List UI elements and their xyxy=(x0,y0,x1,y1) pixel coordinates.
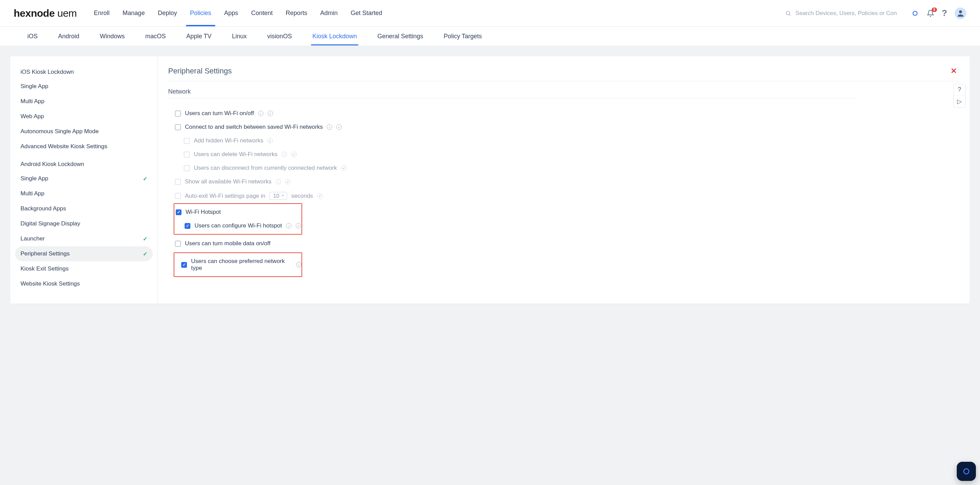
info-icon[interactable] xyxy=(258,111,264,116)
knot-icon[interactable] xyxy=(911,9,919,17)
verify-icon xyxy=(296,223,301,228)
sidebar-group-title-ios: iOS Kiosk Lockdown xyxy=(15,65,153,79)
nav-get-started[interactable]: Get Started xyxy=(351,2,382,24)
sub-tabs: iOS Android Windows macOS Apple TV Linux… xyxy=(0,27,980,46)
chat-heart-icon xyxy=(961,466,972,477)
row-wifi-onoff: Users can turn Wi-Fi on/off xyxy=(168,106,959,120)
row-mobile-data: Users can turn mobile data on/off xyxy=(168,237,959,250)
checkbox-pref-net[interactable] xyxy=(181,262,187,268)
sidebar-item-ios-advanced-website[interactable]: Advanced Website Kiosk Settings xyxy=(15,139,153,154)
sidebar-item-android-peripheral[interactable]: Peripheral Settings✓ xyxy=(15,246,153,261)
nav-apps[interactable]: Apps xyxy=(224,2,238,24)
label-connect-saved: Connect to and switch between saved Wi-F… xyxy=(185,124,323,130)
panel-play-icon[interactable]: ▷ xyxy=(954,96,965,107)
tab-policy-targets[interactable]: Policy Targets xyxy=(444,28,482,45)
info-icon[interactable] xyxy=(296,262,301,268)
sidebar-item-ios-single-app[interactable]: Single App xyxy=(15,79,153,94)
checkbox-add-hidden[interactable] xyxy=(184,138,190,144)
search-input[interactable] xyxy=(795,10,897,17)
tab-visionos[interactable]: visionOS xyxy=(267,28,292,45)
checkbox-mobile-data[interactable] xyxy=(175,241,181,247)
checkbox-connect-saved[interactable] xyxy=(175,124,181,130)
check-icon: ✓ xyxy=(143,176,147,182)
svg-point-2 xyxy=(959,10,962,13)
info-icon[interactable] xyxy=(286,223,291,228)
row-connect-saved: Connect to and switch between saved Wi-F… xyxy=(168,120,959,134)
sidebar-item-ios-web-app[interactable]: Web App xyxy=(15,109,153,124)
label-show-all: Show all available Wi-Fi networks xyxy=(185,178,271,185)
avatar[interactable] xyxy=(955,8,966,19)
sidebar-item-ios-autonomous[interactable]: Autonomous Single App Mode xyxy=(15,124,153,139)
label-wifi-onoff: Users can turn Wi-Fi on/off xyxy=(185,110,254,117)
chat-fab[interactable] xyxy=(957,462,976,481)
verify-icon xyxy=(317,193,323,199)
checkbox-show-all[interactable] xyxy=(175,179,181,185)
checkbox-hotspot-config[interactable] xyxy=(185,223,190,229)
main-nav: Enroll Manage Deploy Policies Apps Conte… xyxy=(94,2,382,24)
checkbox-wifi-onoff[interactable] xyxy=(175,111,181,116)
info-icon[interactable] xyxy=(275,179,281,184)
sub-tabs-wrap: iOS Android Windows macOS Apple TV Linux… xyxy=(0,27,980,46)
row-auto-exit: Auto-exit Wi-Fi settings page in 10 seco… xyxy=(168,189,959,203)
tab-windows[interactable]: Windows xyxy=(100,28,125,45)
auto-exit-select[interactable]: 10 xyxy=(269,192,287,200)
global-search[interactable] xyxy=(785,10,897,17)
sidebar-group-android: Android Kiosk Lockdown Single App✓ Multi… xyxy=(15,157,153,291)
checkbox-hotspot[interactable] xyxy=(176,209,181,215)
tab-macos[interactable]: macOS xyxy=(145,28,166,45)
verify-icon xyxy=(267,138,273,143)
highlight-hotspot: Wi-Fi Hotspot Users can configure Wi-Fi … xyxy=(173,203,302,235)
verify-icon xyxy=(336,124,342,130)
tab-kiosk-lockdown[interactable]: Kiosk Lockdown xyxy=(312,28,357,45)
info-icon[interactable] xyxy=(327,124,332,130)
label-delete-wifi: Users can delete Wi-Fi networks xyxy=(194,151,278,158)
tab-ios[interactable]: iOS xyxy=(27,28,38,45)
panel-help-icon[interactable]: ? xyxy=(954,84,965,96)
sidebar-item-android-digital-signage[interactable]: Digital Signage Display xyxy=(15,216,153,231)
tab-general-settings[interactable]: General Settings xyxy=(377,28,423,45)
checkbox-disconnect[interactable] xyxy=(184,165,190,171)
nav-enroll[interactable]: Enroll xyxy=(94,2,110,24)
sidebar-item-android-background-apps[interactable]: Background Apps xyxy=(15,201,153,216)
checkbox-delete-wifi[interactable] xyxy=(184,152,190,157)
mini-tools: ? ▷ xyxy=(953,84,966,108)
row-add-hidden: Add hidden Wi-Fi networks xyxy=(168,134,959,147)
sidebar-item-android-multi-app[interactable]: Multi App xyxy=(15,186,153,201)
row-hotspot-config: Users can configure Wi-Fi hotspot xyxy=(174,219,301,233)
tab-appletv[interactable]: Apple TV xyxy=(186,28,212,45)
sidebar-item-ios-multi-app[interactable]: Multi App xyxy=(15,94,153,109)
verify-icon xyxy=(285,179,291,184)
checkbox-auto-exit[interactable] xyxy=(175,193,181,199)
row-pref-net: Users can choose preferred network type xyxy=(174,254,301,275)
tab-linux[interactable]: Linux xyxy=(232,28,247,45)
nav-reports[interactable]: Reports xyxy=(286,2,307,24)
search-icon xyxy=(785,10,791,16)
help-icon[interactable]: ? xyxy=(942,8,947,19)
check-icon: ✓ xyxy=(143,236,147,242)
label-auto-exit-prefix: Auto-exit Wi-Fi settings page in xyxy=(185,193,265,200)
check-icon: ✓ xyxy=(143,251,147,257)
verify-icon xyxy=(341,165,347,171)
nav-policies[interactable]: Policies xyxy=(190,2,211,24)
highlight-pref-net: Users can choose preferred network type xyxy=(173,252,302,277)
nav-deploy[interactable]: Deploy xyxy=(158,2,177,24)
section-title-network: Network xyxy=(168,88,857,98)
nav-content[interactable]: Content xyxy=(251,2,273,24)
auto-exit-select-wrap[interactable]: 10 xyxy=(269,192,287,200)
top-icons: 8 ? xyxy=(911,8,966,19)
sidebar-item-android-website-kiosk[interactable]: Website Kiosk Settings xyxy=(15,276,153,291)
svg-line-1 xyxy=(790,14,791,15)
tab-android[interactable]: Android xyxy=(58,28,79,45)
nav-manage[interactable]: Manage xyxy=(123,2,145,24)
sidebar-item-android-kiosk-exit[interactable]: Kiosk Exit Settings xyxy=(15,261,153,276)
label-auto-exit-suffix: seconds xyxy=(291,193,313,200)
close-icon[interactable]: ✕ xyxy=(948,65,959,77)
sidebar-item-android-single-app[interactable]: Single App✓ xyxy=(15,171,153,186)
sidebar-group-ios: iOS Kiosk Lockdown Single App Multi App … xyxy=(15,65,153,154)
info-icon[interactable] xyxy=(282,152,287,157)
notifications-icon[interactable]: 8 xyxy=(927,10,934,17)
sidebar: iOS Kiosk Lockdown Single App Multi App … xyxy=(10,56,158,304)
sidebar-item-android-launcher[interactable]: Launcher✓ xyxy=(15,231,153,246)
nav-admin[interactable]: Admin xyxy=(320,2,338,24)
panel-title: Peripheral Settings xyxy=(168,67,232,76)
